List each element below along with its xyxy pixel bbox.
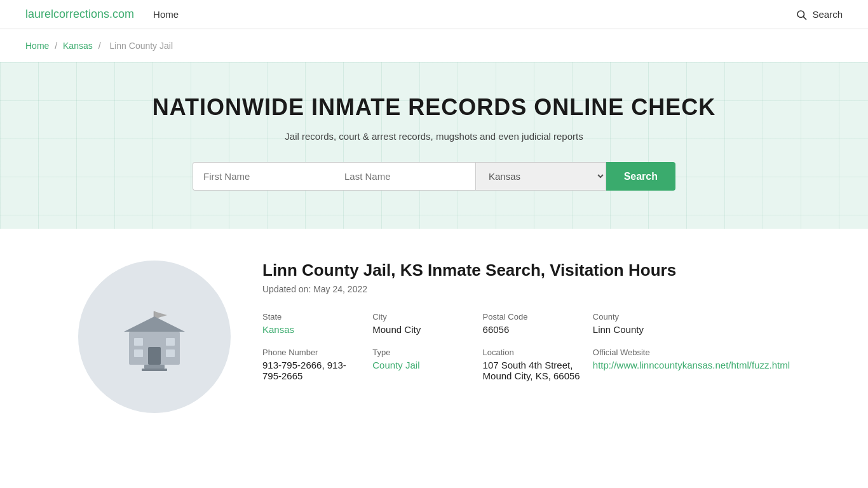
hero-title: NATIONWIDE INMATE RECORDS ONLINE CHECK (25, 94, 843, 121)
breadcrumb: Home / Kansas / Linn County Jail (0, 29, 868, 62)
svg-rect-7 (134, 338, 143, 346)
breadcrumb-sep2: / (98, 41, 104, 51)
search-icon (796, 9, 807, 20)
breadcrumb-current: Linn County Jail (109, 41, 173, 51)
postal-label: Postal Code (483, 312, 580, 322)
info-type: Type County Jail (372, 348, 470, 381)
state-value: Kansas (262, 324, 360, 335)
breadcrumb-sep1: / (55, 41, 60, 51)
search-button[interactable]: Search (606, 162, 675, 191)
svg-rect-11 (144, 365, 165, 369)
county-label: County (593, 312, 790, 322)
facility-title: Linn County Jail, KS Inmate Search, Visi… (262, 261, 790, 280)
breadcrumb-state[interactable]: Kansas (63, 41, 93, 51)
svg-rect-10 (166, 349, 175, 357)
svg-marker-5 (124, 316, 185, 332)
website-label: Official Website (593, 348, 790, 357)
header-left: laurelcorrections.com Home (25, 8, 179, 21)
info-location: Location 107 South 4th Street, Mound Cit… (483, 348, 580, 381)
location-label: Location (483, 348, 580, 357)
inmate-search-form: AlabamaAlaskaArizonaArkansasCaliforniaCo… (193, 162, 675, 191)
header-search-button[interactable]: Search (796, 9, 843, 20)
header-search-label: Search (812, 9, 843, 20)
svg-rect-8 (134, 349, 143, 357)
building-icon (110, 292, 199, 381)
type-label: Type (372, 348, 470, 357)
info-city: City Mound City (372, 312, 470, 335)
city-value: Mound City (372, 324, 470, 335)
state-select[interactable]: AlabamaAlaskaArizonaArkansasCaliforniaCo… (475, 162, 606, 191)
breadcrumb-home[interactable]: Home (25, 41, 49, 51)
county-value: Linn County (593, 324, 790, 335)
svg-rect-6 (148, 347, 161, 365)
facility-image (78, 261, 231, 413)
last-name-input[interactable] (334, 162, 475, 191)
info-county: County Linn County (593, 312, 790, 335)
svg-line-1 (804, 17, 806, 19)
first-name-input[interactable] (193, 162, 334, 191)
info-grid: State Kansas City Mound City Postal Code… (262, 312, 790, 381)
facility-info: Linn County Jail, KS Inmate Search, Visi… (262, 261, 790, 413)
header: laurelcorrections.com Home Search (0, 0, 868, 29)
hero-section: NATIONWIDE INMATE RECORDS ONLINE CHECK J… (0, 62, 868, 229)
postal-value: 66056 (483, 324, 580, 335)
hero-subtitle: Jail records, court & arrest records, mu… (25, 131, 843, 142)
svg-rect-12 (142, 369, 167, 371)
info-phone: Phone Number 913-795-2666, 913-795-2665 (262, 348, 360, 381)
site-logo[interactable]: laurelcorrections.com (25, 8, 134, 21)
phone-label: Phone Number (262, 348, 360, 357)
website-value[interactable]: http://www.linncountykansas.net/html/fuz… (593, 360, 790, 370)
type-value: County Jail (372, 360, 470, 370)
svg-rect-9 (166, 338, 175, 346)
info-postal: Postal Code 66056 (483, 312, 580, 335)
info-state: State Kansas (262, 312, 360, 335)
nav-home-link[interactable]: Home (153, 9, 179, 20)
city-label: City (372, 312, 470, 322)
website-link[interactable]: http://www.linncountykansas.net/html/fuz… (593, 360, 790, 370)
content-section: Linn County Jail, KS Inmate Search, Visi… (53, 229, 815, 445)
facility-updated: Updated on: May 24, 2022 (262, 284, 790, 294)
phone-value: 913-795-2666, 913-795-2665 (262, 360, 360, 381)
state-label: State (262, 312, 360, 322)
info-website: Official Website http://www.linncountyka… (593, 348, 790, 381)
location-value: 107 South 4th Street, Mound City, KS, 66… (483, 360, 580, 381)
